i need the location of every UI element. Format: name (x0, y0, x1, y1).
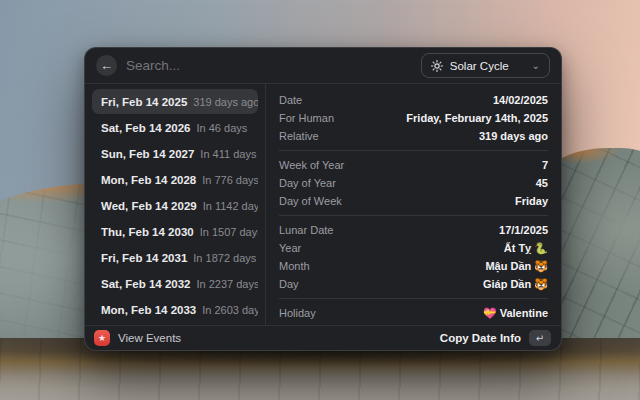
date-result-list: Fri, Feb 14 2025 319 days ago Sat, Feb 1… (85, 84, 266, 325)
list-item[interactable]: Mon, Feb 14 2028 In 776 days (92, 167, 258, 192)
detail-value: Friday (515, 195, 548, 207)
extension-icon: ★ (94, 330, 110, 346)
chevron-down-icon: ⌄ (532, 61, 540, 71)
list-item[interactable]: Fri, Feb 14 2031 In 1872 days (92, 245, 258, 270)
calendar-mode-dropdown[interactable]: Solar Cycle ⌄ (421, 53, 550, 78)
list-item-title: Thu, Feb 14 2030 (101, 226, 194, 238)
detail-row: Holiday 💝 Valentine (279, 304, 548, 322)
return-key-icon: ↵ (529, 330, 551, 346)
detail-label: Month (279, 260, 310, 272)
list-item[interactable]: Sun, Feb 14 2027 In 411 days (92, 141, 258, 166)
list-item-title: Wed, Feb 14 2029 (101, 200, 197, 212)
detail-value: Friday, February 14th, 2025 (406, 112, 548, 124)
list-item-subtitle: In 1507 days (200, 226, 258, 238)
detail-row: Year Ất Tỵ 🐍 (279, 239, 548, 257)
detail-value: 319 days ago (479, 130, 548, 142)
view-events-button[interactable]: View Events (118, 332, 181, 344)
list-item-title: Fri, Feb 14 2031 (101, 252, 187, 264)
launcher-window: ← Solar Cycle ⌄ (84, 47, 562, 351)
detail-value: 7 (542, 159, 548, 171)
list-item-subtitle: In 776 days (202, 174, 258, 186)
list-item-title: Mon, Feb 14 2033 (101, 304, 196, 316)
detail-value: 14/02/2025 (493, 94, 548, 106)
list-item-title: Sun, Feb 14 2027 (101, 148, 194, 160)
detail-label: Day of Week (279, 195, 342, 207)
detail-label: Day of Year (279, 177, 336, 189)
window-body: Fri, Feb 14 2025 319 days ago Sat, Feb 1… (85, 84, 561, 325)
list-item[interactable]: Fri, Feb 14 2025 319 days ago (92, 89, 258, 114)
list-item-subtitle: In 2237 days (197, 278, 259, 290)
detail-row: For Human Friday, February 14th, 2025 (279, 109, 548, 127)
list-item-subtitle: In 1872 days (193, 252, 256, 264)
detail-row: Relative 319 days ago (279, 127, 548, 145)
solar-cycle-icon (431, 60, 443, 72)
detail-value: Ất Tỵ 🐍 (504, 242, 548, 255)
list-item-title: Sat, Feb 14 2026 (101, 122, 191, 134)
detail-value: 17/1/2025 (499, 224, 548, 236)
desktop: ← Solar Cycle ⌄ (0, 0, 640, 400)
date-detail-panel: Date 14/02/2025 For Human Friday, Februa… (266, 84, 561, 325)
detail-label: Year (279, 242, 301, 254)
list-item-subtitle: In 1142 days (203, 200, 258, 212)
detail-label: For Human (279, 112, 334, 124)
search-input[interactable] (126, 58, 412, 73)
detail-value: Mậu Dần 🐯 (485, 260, 548, 273)
list-item[interactable]: Thu, Feb 14 2030 In 1507 days (92, 219, 258, 244)
detail-row: Month Mậu Dần 🐯 (279, 257, 548, 275)
detail-label: Relative (279, 130, 319, 142)
detail-row: Day of Year 45 (279, 174, 548, 192)
detail-label: Holiday (279, 307, 316, 319)
detail-row: Date 14/02/2025 (279, 91, 548, 109)
action-bar: ★ View Events Copy Date Info ↵ (85, 325, 561, 350)
section-divider (279, 215, 548, 216)
detail-value: 💝 Valentine (483, 307, 548, 320)
copy-date-info-button[interactable]: Copy Date Info (440, 332, 521, 344)
detail-row: Lunar Date 17/1/2025 (279, 221, 548, 239)
list-item-subtitle: 319 days ago (193, 96, 258, 108)
list-item[interactable]: Sat, Feb 14 2026 In 46 days (92, 115, 258, 140)
detail-row: Day of Week Friday (279, 192, 548, 210)
list-item[interactable]: Sat, Feb 14 2032 In 2237 days (92, 271, 258, 296)
list-item-title: Mon, Feb 14 2028 (101, 174, 196, 186)
list-item-subtitle: In 411 days (200, 148, 256, 160)
back-icon: ← (100, 58, 113, 73)
search-bar: ← Solar Cycle ⌄ (85, 48, 561, 84)
detail-row: Day Giáp Dần 🐯 (279, 275, 548, 293)
list-item-title: Sat, Feb 14 2032 (101, 278, 191, 290)
dropdown-selected-value: Solar Cycle (450, 60, 509, 72)
detail-value: Giáp Dần 🐯 (483, 278, 548, 291)
back-button[interactable]: ← (96, 55, 117, 76)
star-icon: ★ (98, 333, 106, 343)
list-item[interactable]: Mon, Feb 14 2033 In 2603 days (92, 297, 258, 322)
section-divider (279, 150, 548, 151)
detail-label: Lunar Date (279, 224, 333, 236)
detail-row: Week of Year 7 (279, 156, 548, 174)
list-item-title: Fri, Feb 14 2025 (101, 96, 187, 108)
section-divider (279, 298, 548, 299)
detail-label: Day (279, 278, 299, 290)
detail-label: Date (279, 94, 302, 106)
list-item[interactable]: Wed, Feb 14 2029 In 1142 days (92, 193, 258, 218)
detail-label: Week of Year (279, 159, 344, 171)
list-item-subtitle: In 2603 days (202, 304, 258, 316)
detail-value: 45 (536, 177, 548, 189)
list-item-subtitle: In 46 days (197, 122, 248, 134)
